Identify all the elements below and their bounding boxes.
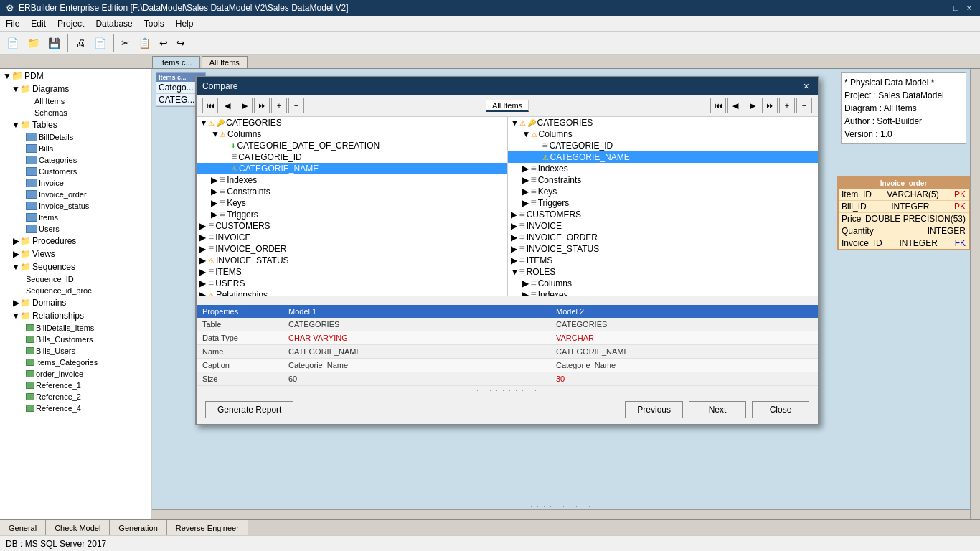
expand-right-indexes[interactable]: ▶: [522, 164, 531, 174]
expand-left-triggers[interactable]: ▶: [211, 209, 220, 220]
right-first-button[interactable]: ⏮: [710, 98, 726, 113]
expand-diagrams[interactable]: ▼: [11, 85, 20, 93]
next-button[interactable]: Next: [689, 401, 746, 418]
left-date-creation-row[interactable]: + CATEGORIE_DATE_OF_CREATION: [197, 140, 507, 151]
expand-left-keys[interactable]: ▶: [211, 198, 220, 208]
sidebar-item-reference-4[interactable]: Reference_4: [0, 402, 151, 414]
left-invoice-row[interactable]: ▶ ≡ INVOICE: [197, 232, 507, 243]
close-dialog-button[interactable]: Close: [752, 401, 809, 418]
expand-right-customers[interactable]: ▶: [511, 209, 519, 220]
generate-report-button[interactable]: Generate Report: [205, 401, 293, 418]
left-indexes-row[interactable]: ▶ ≡ Indexes: [197, 174, 507, 186]
right-indexes-row[interactable]: ▶ ≡ Indexes: [508, 163, 819, 174]
left-first-button[interactable]: ⏮: [202, 98, 218, 113]
expand-right-categories[interactable]: ▼: [511, 118, 519, 128]
expand-right-roles[interactable]: ▼: [511, 267, 519, 277]
right-invoice-order-row[interactable]: ▶ ≡ INVOICE_ORDER: [508, 232, 819, 243]
menu-help[interactable]: Help: [170, 17, 199, 30]
expand-right-keys[interactable]: ▶: [522, 187, 531, 197]
left-minus-button[interactable]: −: [288, 98, 304, 113]
expand-right-constraints[interactable]: ▶: [522, 175, 531, 185]
sidebar-item-categories[interactable]: Categories: [0, 154, 151, 166]
dialog-close-button[interactable]: ×: [801, 80, 812, 92]
left-keys-row[interactable]: ▶ ≡ Keys: [197, 197, 507, 209]
copy-button[interactable]: 📋: [135, 35, 154, 51]
tab-reverse-engineer[interactable]: Reverse Engineer: [167, 520, 248, 535]
sidebar-item-reference-1[interactable]: Reference_1: [0, 380, 151, 391]
left-constraints-row[interactable]: ▶ ≡ Constraints: [197, 186, 507, 197]
expand-left-inv-order[interactable]: ▶: [199, 244, 208, 254]
expand-left-users[interactable]: ▶: [199, 278, 208, 288]
menu-database[interactable]: Database: [90, 17, 138, 30]
left-relationships-row[interactable]: ▶ ⚠ Relationships: [197, 289, 507, 296]
right-minus-button[interactable]: −: [796, 98, 812, 113]
sidebar-item-invoice-status[interactable]: Invoice_status: [0, 200, 151, 212]
sidebar-item-schemas[interactable]: Schemas: [0, 107, 151, 118]
left-last-button[interactable]: ⏭: [254, 98, 270, 113]
left-add-button[interactable]: +: [271, 98, 287, 113]
sidebar-item-items-categories[interactable]: Items_Categories: [0, 357, 151, 368]
sidebar-item-bills[interactable]: Bills: [0, 143, 151, 154]
expand-right-items[interactable]: ▶: [511, 255, 519, 265]
horizontal-scrollbar[interactable]: [152, 509, 970, 519]
expand-domains[interactable]: ▶: [11, 298, 20, 307]
expand-left-items[interactable]: ▶: [199, 267, 208, 277]
compare-left-pane[interactable]: ▼ ⚠ 🔑 CATEGORIES ▼ ⚠ Columns +: [197, 117, 508, 296]
expand-left-indexes[interactable]: ▶: [211, 175, 220, 185]
minimize-button[interactable]: —: [934, 4, 948, 12]
expand-left-invoice[interactable]: ▶: [199, 232, 208, 242]
right-categorie-name-row[interactable]: ⚠ CATEGORIE_NAME: [508, 151, 819, 163]
tab-items-canvas[interactable]: Items c...: [152, 56, 200, 68]
left-prev-button[interactable]: ◀: [220, 98, 235, 113]
sidebar-item-billdetails[interactable]: BillDetails: [0, 131, 151, 143]
sidebar-item-bills-users[interactable]: Bills_Users: [0, 345, 151, 357]
sidebar-item-procedures[interactable]: ▶ 📁 Procedures: [0, 235, 151, 248]
sidebar-item-sequences[interactable]: ▼ 📁 Sequences: [0, 260, 151, 273]
save-button[interactable]: 💾: [44, 35, 64, 51]
sidebar-item-sequence-id[interactable]: Sequence_ID: [0, 273, 151, 285]
right-next-button[interactable]: ▶: [745, 98, 760, 113]
expand-right-inv-order[interactable]: ▶: [511, 232, 519, 242]
expand-tables[interactable]: ▼: [11, 121, 20, 129]
sidebar-item-billdetails-items[interactable]: BillDetails_Items: [0, 322, 151, 334]
expand-right-triggers[interactable]: ▶: [522, 198, 531, 208]
expand-right-inv-status[interactable]: ▶: [511, 244, 519, 254]
menu-edit[interactable]: Edit: [25, 17, 52, 30]
expand-left-customers[interactable]: ▶: [199, 221, 208, 231]
expand-views[interactable]: ▶: [11, 250, 20, 258]
left-next-button[interactable]: ▶: [237, 98, 253, 113]
sidebar-item-invoice[interactable]: Invoice: [0, 177, 151, 189]
expand-relationships[interactable]: ▼: [11, 311, 20, 320]
open-button[interactable]: 📁: [24, 35, 43, 51]
right-roles-columns-row[interactable]: ▶ ≡ Columns: [508, 278, 819, 289]
right-add-button[interactable]: +: [779, 98, 795, 113]
expand-left-rels[interactable]: ▶: [199, 290, 208, 296]
expand-right-roles-columns[interactable]: ▶: [522, 278, 531, 288]
tab-generation[interactable]: Generation: [110, 520, 166, 535]
right-keys-row[interactable]: ▶ ≡ Keys: [508, 186, 819, 197]
tab-check-model[interactable]: Check Model: [46, 520, 110, 535]
redo-button[interactable]: ↪: [173, 35, 189, 51]
right-invoice-row[interactable]: ▶ ≡ INVOICE: [508, 220, 819, 232]
sidebar-item-sequence-id-proc[interactable]: Sequence_id_proc: [0, 285, 151, 296]
right-constraints-row[interactable]: ▶ ≡ Constraints: [508, 174, 819, 186]
left-triggers-row[interactable]: ▶ ≡ Triggers: [197, 209, 507, 220]
menu-tools[interactable]: Tools: [138, 17, 170, 30]
sidebar-item-items[interactable]: Items: [0, 212, 151, 223]
menu-project[interactable]: Project: [52, 17, 90, 30]
right-roles-indexes-row[interactable]: ▶ ≡ Indexes: [508, 289, 819, 296]
print-button[interactable]: 🖨: [72, 35, 89, 51]
new-button[interactable]: 📄: [3, 35, 22, 51]
left-invoice-status-row[interactable]: ▶ ⚠ INVOICE_STATUS: [197, 255, 507, 266]
right-invoice-status-row[interactable]: ▶ ≡ INVOICE_STATUS: [508, 243, 819, 255]
expand-sequences[interactable]: ▼: [11, 263, 20, 271]
tab-all-items[interactable]: All Items: [202, 56, 248, 68]
right-columns-row[interactable]: ▼ ⚠ Columns: [508, 128, 819, 140]
sidebar-item-customers[interactable]: Customers: [0, 166, 151, 177]
expand-procedures[interactable]: ▶: [11, 237, 20, 245]
left-categories-row[interactable]: ▼ ⚠ 🔑 CATEGORIES: [197, 117, 507, 128]
left-items-row[interactable]: ▶ ≡ ITEMS: [197, 266, 507, 278]
print-preview-button[interactable]: 📄: [90, 35, 110, 51]
sidebar-item-views[interactable]: ▶ 📁 Views: [0, 248, 151, 260]
right-categories-row[interactable]: ▼ ⚠ 🔑 CATEGORIES: [508, 117, 819, 128]
